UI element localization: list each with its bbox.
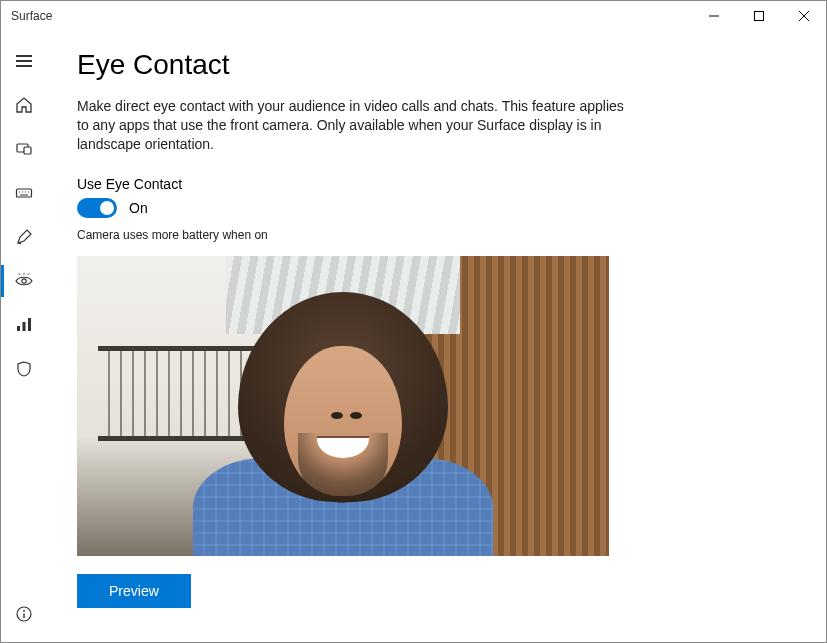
preview-button[interactable]: Preview — [77, 574, 191, 608]
bars-icon — [15, 316, 33, 334]
window-controls — [691, 1, 826, 31]
svg-rect-19 — [17, 326, 20, 331]
eye-contact-toggle[interactable] — [77, 198, 117, 218]
titlebar: Surface — [1, 1, 826, 31]
keyboard-icon — [15, 184, 33, 202]
svg-line-18 — [28, 274, 29, 276]
page-description: Make direct eye contact with your audien… — [77, 97, 637, 154]
shield-icon — [15, 360, 33, 378]
camera-preview-image — [77, 256, 609, 556]
svg-point-23 — [23, 610, 25, 612]
window-title: Surface — [11, 9, 52, 23]
svg-rect-21 — [28, 318, 31, 331]
sidebar-item-keyboard[interactable] — [1, 171, 47, 215]
battery-hint: Camera uses more battery when on — [77, 228, 796, 242]
svg-line-16 — [19, 274, 20, 276]
close-button[interactable] — [781, 1, 826, 31]
sidebar-item-pen[interactable] — [1, 215, 47, 259]
svg-rect-1 — [754, 12, 763, 21]
minimize-button[interactable] — [691, 1, 736, 31]
toggle-label: Use Eye Contact — [77, 176, 796, 192]
sidebar-item-security[interactable] — [1, 347, 47, 391]
svg-point-15 — [22, 279, 26, 283]
pen-icon — [15, 228, 33, 246]
device-icon — [15, 140, 33, 158]
sidebar-item-data[interactable] — [1, 303, 47, 347]
page-title: Eye Contact — [77, 49, 796, 81]
svg-rect-9 — [17, 189, 32, 197]
svg-rect-8 — [24, 147, 31, 154]
content-area: Eye Contact Make direct eye contact with… — [47, 31, 826, 642]
hamburger-menu-button[interactable] — [1, 39, 47, 83]
info-icon — [15, 605, 33, 623]
toggle-knob — [100, 201, 114, 215]
svg-rect-20 — [23, 322, 26, 331]
maximize-button[interactable] — [736, 1, 781, 31]
home-icon — [15, 96, 33, 114]
toggle-state-text: On — [129, 200, 148, 216]
sidebar-item-home[interactable] — [1, 83, 47, 127]
sidebar — [1, 31, 47, 642]
eye-icon — [15, 272, 33, 290]
sidebar-item-device[interactable] — [1, 127, 47, 171]
sidebar-item-info[interactable] — [1, 592, 47, 636]
sidebar-item-eye-contact[interactable] — [1, 259, 47, 303]
hamburger-icon — [15, 52, 33, 70]
